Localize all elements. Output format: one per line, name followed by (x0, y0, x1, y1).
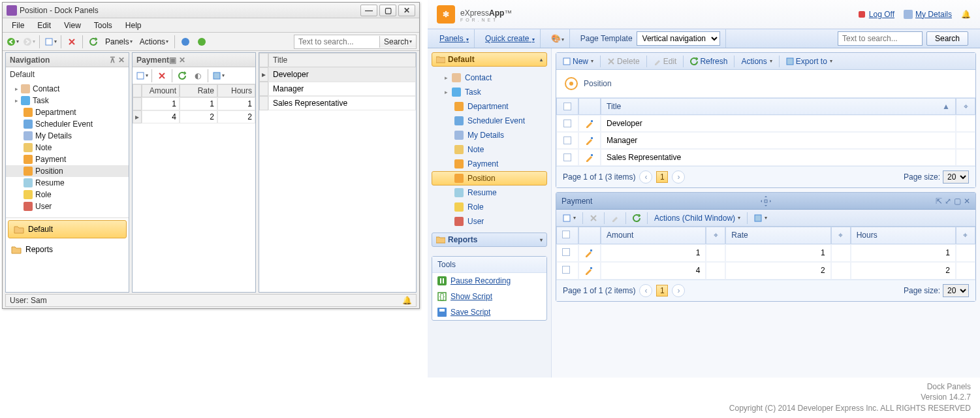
actions-dropdown[interactable]: Actions▾ (737, 56, 776, 67)
dock-icon[interactable]: ▣ (169, 56, 176, 65)
bell-icon[interactable]: 🔔 (961, 10, 971, 19)
menu-edit[interactable]: Edit (31, 20, 57, 31)
table-row[interactable]: Sales Representative (259, 96, 416, 110)
nav-item-contact[interactable]: ▸Contact (6, 83, 129, 95)
new-button[interactable]: ▾ (134, 69, 149, 83)
prev-page[interactable]: ‹ (639, 284, 652, 297)
cell[interactable]: 4 (142, 110, 180, 123)
menu-tools[interactable]: Tools (87, 20, 119, 31)
table-row[interactable]: 111 (556, 244, 975, 262)
nav-item-mydetails[interactable]: My Details (432, 128, 547, 142)
refresh-button[interactable] (175, 69, 189, 83)
cell[interactable]: 1 (217, 97, 255, 110)
table-row[interactable]: Sales Representative (556, 149, 975, 166)
menu-file[interactable]: File (5, 20, 31, 31)
export-dropdown[interactable]: ▾ (750, 213, 771, 223)
nav-item-task[interactable]: ▸Task (432, 85, 547, 99)
misc-button[interactable]: ◐ (191, 69, 205, 83)
back-button[interactable]: ▾ (5, 35, 20, 49)
close-icon[interactable]: ✕ (964, 197, 970, 206)
refresh-button[interactable] (86, 35, 101, 49)
col-hours[interactable]: Hours (851, 227, 956, 244)
appearance-icon[interactable]: 🎨▾ (551, 34, 564, 43)
filter-icon[interactable]: ⌖ (831, 227, 851, 244)
filter-icon[interactable]: ⌖ (706, 227, 725, 244)
select-all-checkbox[interactable] (556, 98, 578, 115)
quickcreate-dropdown[interactable]: Quick create ▾ (485, 34, 535, 43)
minimize-button[interactable]: — (360, 5, 377, 16)
logoff-link[interactable]: Log Off (857, 10, 894, 19)
nav-item-resume[interactable]: Resume (6, 177, 129, 189)
new-button[interactable]: New▾ (559, 56, 597, 67)
table-row[interactable]: Developer (556, 115, 975, 132)
current-page[interactable]: 1 (656, 285, 668, 297)
table-row[interactable]: ▸Developer (259, 67, 416, 82)
nav-item-contact[interactable]: ▸Contact (432, 71, 547, 85)
filter-icon[interactable]: ⌖ (956, 98, 975, 115)
pin-icon[interactable]: ⊼ (110, 56, 116, 65)
actions-dropdown[interactable]: Actions▾ (137, 36, 171, 48)
menu-help[interactable]: Help (119, 20, 148, 31)
move-icon[interactable] (760, 195, 772, 207)
diag-button[interactable] (178, 35, 193, 49)
pause-recording-link[interactable]: Pause Recording (432, 273, 546, 289)
cell[interactable]: 2 (217, 110, 255, 123)
nav-group-reports[interactable]: Reports▾ (432, 233, 547, 247)
cell[interactable]: 2 (180, 110, 217, 123)
refresh-button[interactable] (629, 213, 644, 223)
next-page[interactable]: › (672, 284, 685, 297)
edit-icon[interactable] (584, 266, 593, 275)
close-icon[interactable]: ✕ (118, 56, 125, 65)
next-page[interactable]: › (672, 170, 685, 184)
mydetails-link[interactable]: My Details (904, 10, 952, 19)
page-template-select[interactable]: Vertical navigation (637, 31, 720, 46)
search-button[interactable]: Search▾ (379, 36, 416, 48)
select-all-checkbox[interactable] (556, 227, 578, 244)
cell[interactable]: 1 (180, 97, 217, 110)
record-button[interactable] (195, 35, 209, 49)
bell-icon[interactable]: 🔔 (402, 296, 412, 305)
delete-button[interactable] (155, 69, 169, 83)
edit-icon[interactable] (585, 119, 594, 128)
nav-item-department[interactable]: Department (6, 106, 129, 118)
save-script-link[interactable]: Save Script (432, 304, 546, 320)
nav-item-user[interactable]: User (6, 201, 129, 212)
nav-item-task[interactable]: ▸Task (6, 95, 129, 106)
col-amount[interactable]: Amount (142, 84, 180, 97)
show-script-link[interactable]: {}Show Script (432, 289, 546, 304)
col-amount[interactable]: Amount (601, 227, 706, 244)
new-button[interactable]: ▾ (43, 35, 57, 49)
col-hours[interactable]: Hours (217, 84, 255, 97)
table-row[interactable]: 422 (556, 262, 975, 280)
col-rate[interactable]: Rate (725, 227, 830, 244)
nav-item-position[interactable]: Position (6, 165, 129, 177)
edit-icon[interactable] (584, 248, 593, 257)
nav-item-position[interactable]: Position (432, 171, 547, 185)
pin-icon[interactable]: ⇱ (936, 197, 942, 206)
filter-icon[interactable]: ⌖ (956, 227, 975, 244)
table-row[interactable]: Manager (556, 132, 975, 149)
delete-button[interactable] (65, 35, 79, 49)
refresh-button[interactable]: Refresh (686, 56, 731, 67)
nav-item-role[interactable]: Role (432, 200, 547, 214)
col-title[interactable]: Title (268, 53, 416, 67)
export-button[interactable]: ▾ (211, 69, 225, 83)
nav-item-note[interactable]: Note (432, 142, 547, 157)
nav-group-default[interactable]: Default (8, 220, 127, 238)
nav-item-resume[interactable]: Resume (432, 185, 547, 200)
export-dropdown[interactable]: Export to▾ (782, 56, 836, 67)
edit-icon[interactable] (585, 136, 594, 145)
prev-page[interactable]: ‹ (639, 170, 652, 184)
nav-group-default[interactable]: Default▴ (432, 52, 547, 67)
payment-dock-header[interactable]: Payment ⇱ ⤢ ▢ ✕ (556, 193, 975, 210)
search-input[interactable] (838, 31, 923, 46)
actions-child-dropdown[interactable]: Actions (Child Window)▾ (650, 212, 744, 224)
close-button[interactable]: ✕ (398, 5, 415, 16)
panels-dropdown[interactable]: Panels ▾ (439, 34, 469, 43)
nav-item-scheduler[interactable]: Scheduler Event (6, 118, 129, 130)
panels-dropdown[interactable]: Panels▾ (103, 36, 135, 48)
page-size-select[interactable]: 20 (943, 284, 969, 297)
nav-item-note[interactable]: Note (6, 142, 129, 153)
nav-item-department[interactable]: Department (432, 99, 547, 114)
nav-group-reports[interactable]: Reports (6, 240, 129, 259)
